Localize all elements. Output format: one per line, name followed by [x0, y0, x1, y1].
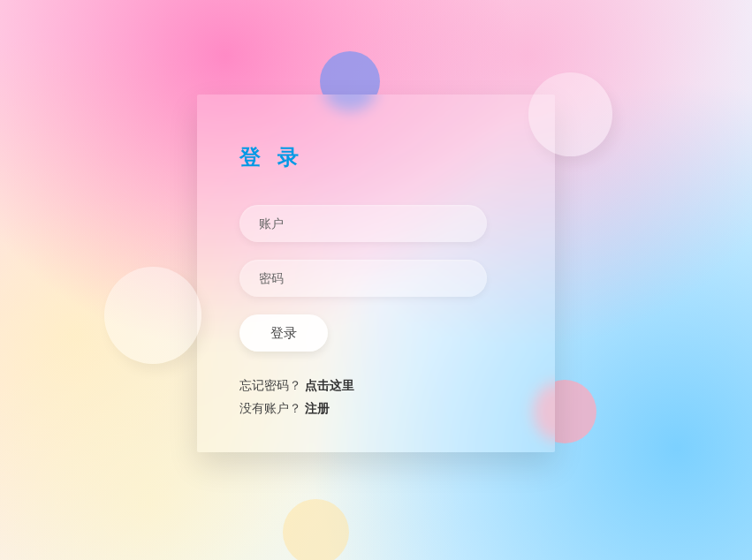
forgot-password-link[interactable]: 点击这里	[305, 378, 354, 392]
no-account-text: 没有账户？	[239, 401, 301, 415]
forgot-password-row: 忘记密码？ 点击这里	[239, 378, 513, 394]
login-title: 登 录	[239, 143, 513, 171]
login-button[interactable]: 登录	[239, 314, 328, 352]
account-input[interactable]	[239, 205, 487, 242]
password-input[interactable]	[239, 260, 487, 297]
decorative-circle-white-left	[104, 267, 201, 364]
register-row: 没有账户？ 注册	[239, 401, 513, 417]
forgot-password-text: 忘记密码？	[239, 378, 301, 392]
decorative-circle-yellow	[283, 499, 349, 560]
login-card: 登 录 登录 忘记密码？ 点击这里 没有账户？ 注册	[197, 95, 555, 452]
register-link[interactable]: 注册	[305, 401, 330, 415]
